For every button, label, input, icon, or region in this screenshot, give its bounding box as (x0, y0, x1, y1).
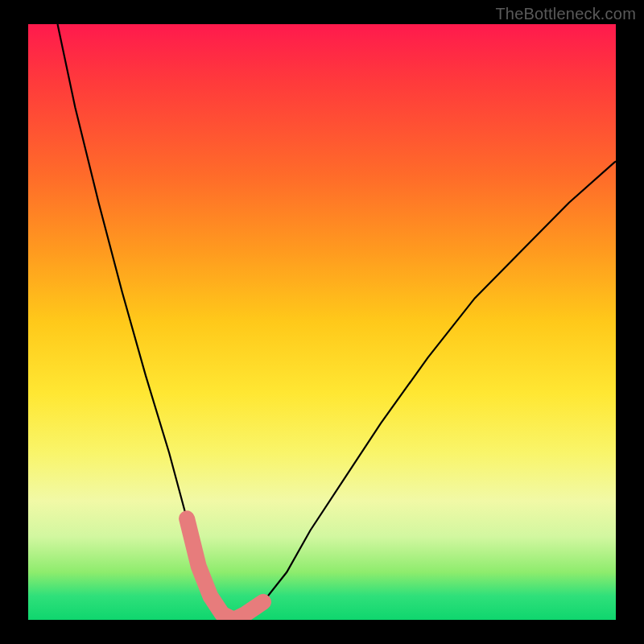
curve-layer (28, 24, 616, 620)
bottleneck-curve (58, 24, 617, 620)
highlight-band (187, 518, 263, 620)
chart-frame: TheBottleneck.com (0, 0, 644, 644)
watermark-text: TheBottleneck.com (495, 5, 636, 23)
